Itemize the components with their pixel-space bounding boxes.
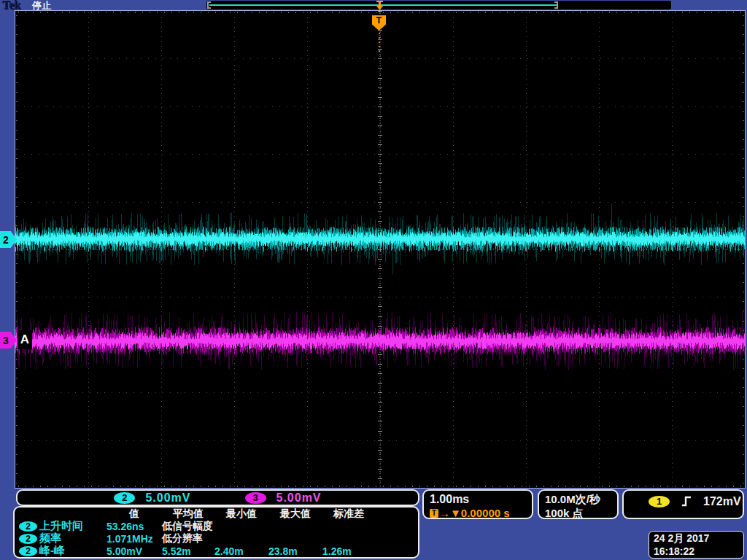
time-value: 16:18:22 [654, 545, 739, 557]
channel-2-badge: 2 [114, 492, 135, 504]
record-length: 100k 点 [545, 507, 611, 521]
oscilloscope-screen: { "header": { "logo": "Tek", "status": "… [0, 0, 747, 560]
measurement-std: 1.26m [322, 545, 375, 557]
measurement-panel: 值 平均值 最小值 最大值 标准差 2 上升时间 53.26ns 低信号幅度 2… [13, 506, 419, 559]
trigger-arrow-icon: →▼ [439, 507, 461, 519]
rising-edge-icon [681, 496, 692, 507]
col-header-std: 标准差 [322, 508, 375, 521]
measurement-min: 2.40m [214, 545, 268, 557]
record-start-bracket [207, 1, 211, 9]
record-view-bar [206, 1, 671, 9]
acquisition-readout: 10.0M次/秒 100k 点 [538, 489, 619, 519]
measurement-value: 1.071MHz [107, 533, 162, 545]
measurement-row-channel-badge: 2 [18, 534, 39, 544]
date-value: 24 2月 2017 [654, 532, 739, 545]
measurement-mean: 5.52m [162, 545, 214, 557]
channel-3-scale: 5.00mV [276, 491, 322, 505]
waveform-display [15, 10, 746, 489]
record-end-bracket [554, 1, 558, 9]
col-header-value: 值 [107, 508, 162, 521]
measurement-row-channel-badge: 2 [18, 546, 39, 556]
trigger-readout: 1 172mV [622, 489, 744, 519]
record-length-line [209, 4, 557, 6]
datetime-readout: 24 2月 2017 16:18:22 [649, 531, 744, 559]
trigger-t-icon: T [430, 509, 438, 518]
marker-a-label: A [18, 330, 32, 349]
time-per-division: 1.00ms [430, 493, 526, 506]
channel-2-scale: 5.00mV [145, 491, 190, 505]
trigger-time-position: T→▼0.00000 s [430, 507, 526, 519]
top-status-bar: Tek 停止 [0, 0, 747, 10]
horizontal-readout: 1.00ms T→▼0.00000 s [422, 489, 533, 519]
sample-rate: 10.0M次/秒 [545, 493, 611, 507]
channel-scale-readout: 2 5.00mV 3 5.00mV [16, 489, 419, 506]
measurement-row-channel-badge: 2 [18, 521, 39, 532]
col-header-min: 最小值 [214, 508, 268, 521]
channel-3-badge: 3 [245, 492, 266, 504]
graticule-and-traces-canvas [15, 11, 745, 488]
measurement-mean: 低信号幅度 [162, 520, 214, 533]
measurement-max: 23.8m [268, 545, 322, 557]
measurement-label: 峰-峰 [39, 544, 107, 558]
measurement-value: 5.00mV [107, 545, 162, 557]
col-header-max: 最大值 [268, 508, 322, 521]
trigger-position-mini-icon [376, 1, 383, 10]
measurement-value: 53.26ns [107, 521, 162, 532]
trigger-source-badge: 1 [649, 496, 670, 508]
trigger-level: 172mV [703, 495, 741, 508]
trigger-time-value: 0.00000 s [461, 507, 510, 519]
col-header-mean: 平均值 [162, 508, 214, 521]
measurement-mean: 低分辨率 [162, 532, 214, 545]
